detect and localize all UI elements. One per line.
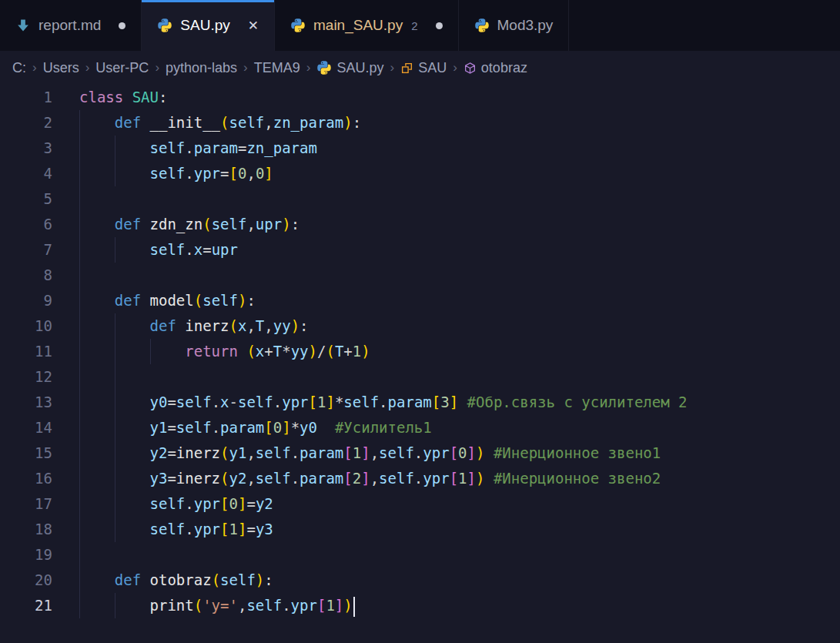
breadcrumb-separator: ›	[303, 60, 314, 75]
breadcrumb-separator: ›	[152, 60, 162, 75]
code-line[interactable]: 7 self.x=upr	[0, 237, 840, 263]
line-number[interactable]: 16	[0, 466, 52, 491]
code-line[interactable]: 14 y1=self.param[0]*y0 #Усилитель1	[0, 415, 840, 440]
code-line[interactable]: 17 self.ypr[0]=y2	[0, 491, 840, 517]
breadcrumb-item-User-PC[interactable]: User-PC	[92, 60, 152, 76]
code-line[interactable]: 12	[0, 364, 840, 390]
line-number[interactable]: 5	[0, 186, 52, 212]
breadcrumb-item-SAU[interactable]: SAU	[397, 60, 450, 76]
code-line[interactable]: 2 def __init__(self,zn_param):	[0, 110, 840, 136]
line-number[interactable]: 14	[0, 415, 52, 440]
code-text: def inerz(x,T,yy):	[79, 313, 840, 339]
indent-guide	[79, 339, 80, 364]
indent-guide	[79, 491, 80, 517]
code-line[interactable]: 21 print('y=',self.ypr[1])	[0, 593, 840, 618]
line-number[interactable]: 17	[0, 491, 52, 517]
breadcrumb-separator: ›	[240, 60, 251, 75]
code-text: def otobraz(self):	[79, 568, 840, 593]
indent-guide	[79, 313, 80, 339]
code-text: print('y=',self.ypr[1])	[79, 593, 840, 618]
modified-dot[interactable]	[119, 22, 125, 29]
code-text: def __init__(self,zn_param):	[79, 110, 840, 136]
close-icon[interactable]: ✕	[248, 19, 259, 32]
breadcrumb-label: SAU	[418, 60, 447, 76]
code-line[interactable]: 3 self.param=zn_param	[0, 136, 840, 161]
code-line[interactable]: 6 def zdn_zn(self,upr):	[0, 212, 840, 237]
tab-bar-empty-space	[569, 0, 840, 51]
tab-label: main_SAU.py	[313, 17, 403, 34]
line-number[interactable]: 12	[0, 364, 52, 390]
python-icon	[157, 18, 172, 33]
indent-guide	[79, 390, 80, 415]
markdown-icon	[15, 18, 31, 33]
code-text: class SAU:	[79, 85, 840, 110]
code-line[interactable]: 10 def inerz(x,T,yy):	[0, 313, 840, 339]
breadcrumb-item-Users[interactable]: Users	[40, 60, 82, 76]
tab-main_SAU.py[interactable]: main_SAU.py2	[275, 0, 459, 51]
code-line[interactable]: 9 def model(self):	[0, 288, 840, 313]
line-number[interactable]: 3	[0, 136, 52, 161]
code-line[interactable]: 16 y3=inerz(y2,self.param[2],self.ypr[1]…	[0, 466, 840, 491]
tab-suffix: 2	[411, 19, 417, 32]
breadcrumb-item-SAU.py[interactable]: SAU.py	[313, 60, 387, 76]
line-number[interactable]: 9	[0, 288, 52, 313]
line-number[interactable]: 21	[0, 593, 52, 618]
indent-guide	[150, 339, 151, 364]
indent-guide	[79, 364, 80, 390]
line-number[interactable]: 2	[0, 110, 52, 136]
modified-dot[interactable]	[436, 22, 443, 29]
code-line[interactable]: 4 self.ypr=[0,0]	[0, 161, 840, 186]
breadcrumb-item-python-labs[interactable]: python-labs	[162, 60, 240, 76]
indent-guide	[79, 288, 80, 313]
code-text: self.param=zn_param	[79, 136, 840, 161]
breadcrumb-separator: ›	[450, 60, 460, 75]
tab-Mod3.py[interactable]: Mod3.py	[459, 0, 570, 51]
line-number[interactable]: 1	[0, 85, 52, 110]
line-number[interactable]: 15	[0, 440, 52, 466]
breadcrumb-item-C[interactable]: C:	[9, 60, 29, 76]
breadcrumb-label: Users	[43, 60, 79, 76]
breadcrumb-item-TEMA9[interactable]: TEMA9	[251, 60, 303, 76]
code-text: y1=self.param[0]*y0 #Усилитель1	[79, 415, 840, 440]
indent-guide	[115, 161, 115, 186]
text-cursor	[353, 597, 355, 617]
indent-guide	[115, 415, 115, 440]
line-number[interactable]: 20	[0, 568, 52, 593]
indent-guide	[115, 466, 115, 491]
symbol-method-icon	[464, 62, 477, 75]
indent-guide	[115, 237, 115, 263]
breadcrumb-item-otobraz[interactable]: otobraz	[460, 60, 530, 76]
indent-guide	[115, 339, 115, 364]
line-number[interactable]: 4	[0, 161, 52, 186]
tab-SAU.py[interactable]: SAU.py✕	[142, 0, 275, 51]
breadcrumb-label: otobraz	[481, 60, 527, 76]
line-number[interactable]: 8	[0, 263, 52, 288]
indent-guide	[79, 593, 80, 618]
line-number[interactable]: 6	[0, 212, 52, 237]
line-number[interactable]: 13	[0, 390, 52, 415]
code-line[interactable]: 13 y0=self.x-self.ypr[1]*self.param[3] #…	[0, 390, 840, 415]
code-text: y2=inerz(y1,self.param[1],self.ypr[0]) #…	[79, 440, 840, 466]
code-line[interactable]: 1class SAU:	[0, 85, 840, 110]
code-line[interactable]: 5	[0, 186, 840, 212]
indent-guide	[79, 263, 80, 288]
tab-bar: report.mdSAU.py✕main_SAU.py2Mod3.py	[0, 0, 840, 51]
line-number[interactable]: 19	[0, 542, 52, 568]
tab-report.md[interactable]: report.md	[0, 0, 142, 51]
code-line[interactable]: 18 self.ypr[1]=y3	[0, 517, 840, 542]
code-line[interactable]: 19	[0, 542, 840, 568]
line-number[interactable]: 11	[0, 339, 52, 364]
tab-label: SAU.py	[180, 17, 229, 34]
code-line[interactable]: 15 y2=inerz(y1,self.param[1],self.ypr[0]…	[0, 440, 840, 466]
line-number[interactable]: 7	[0, 237, 52, 263]
code-text: y3=inerz(y2,self.param[2],self.ypr[1]) #…	[79, 466, 840, 491]
code-text	[79, 364, 840, 390]
code-line[interactable]: 20 def otobraz(self):	[0, 568, 840, 593]
line-number[interactable]: 18	[0, 517, 52, 542]
code-line[interactable]: 8	[0, 263, 840, 288]
symbol-class-icon	[400, 62, 413, 75]
breadcrumb-separator: ›	[82, 60, 93, 75]
line-number[interactable]: 10	[0, 313, 52, 339]
code-text	[79, 542, 840, 568]
code-line[interactable]: 11 return (x+T*yy)/(T+1)	[0, 339, 840, 364]
